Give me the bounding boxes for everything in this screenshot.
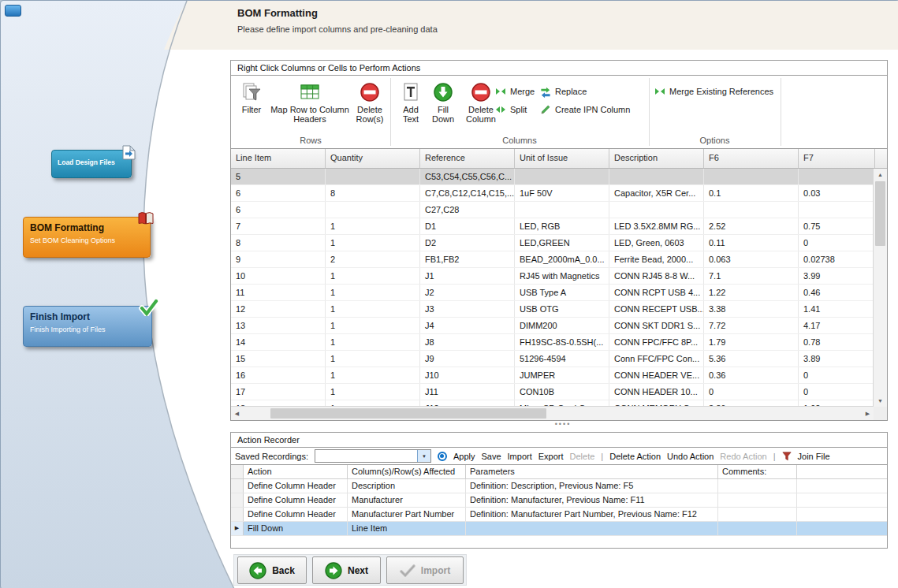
bom-table-cell[interactable]: 1 bbox=[326, 334, 420, 350]
bom-table-cell[interactable]: 0 bbox=[799, 367, 874, 383]
bom-table-cell[interactable]: 3.99 bbox=[799, 268, 874, 284]
bom-table-cell[interactable]: CONN RCPT USB 4... bbox=[609, 285, 704, 300]
bom-table-row[interactable]: 131J4DIMM200CONN SKT DDR1 S...7.724.17 bbox=[231, 318, 874, 334]
bom-table-cell[interactable]: J11 bbox=[420, 384, 515, 400]
bom-table-cell[interactable]: BEAD_2000mA_0.0... bbox=[515, 251, 609, 267]
bom-table-cell[interactable]: 4.17 bbox=[799, 318, 874, 333]
bom-table-cell[interactable]: 1 bbox=[326, 285, 420, 300]
bom-table-cell[interactable]: J8 bbox=[420, 334, 515, 350]
bom-table-cell[interactable]: LED 3.5X2.8MM RG... bbox=[609, 218, 704, 234]
bom-table-cell[interactable]: Capacitor, X5R Cer... bbox=[609, 185, 704, 201]
bom-column-header[interactable]: Description bbox=[609, 149, 704, 168]
bom-column-header[interactable]: F7 bbox=[799, 149, 875, 168]
bom-table-cell[interactable]: 1 bbox=[326, 235, 420, 251]
bom-table-cell[interactable]: 0 bbox=[799, 235, 874, 251]
bom-table-cell[interactable]: 1 bbox=[326, 268, 420, 284]
bom-table-cell[interactable]: CONN RECEPT USB... bbox=[609, 301, 704, 317]
wizard-step-bom-formatting[interactable]: BOM Formatting Set BOM Cleaning Options bbox=[23, 217, 151, 258]
bom-table-row[interactable]: 101J1RJ45 with MagneticsCONN RJ45 8-8 W.… bbox=[231, 268, 874, 285]
recorder-cell[interactable]: Definition: Manufacturer, Previous Name:… bbox=[466, 493, 718, 507]
bom-table-row[interactable]: 171J11CON10BCONN HEADER 10...00 bbox=[231, 384, 874, 400]
recorder-cell[interactable] bbox=[718, 479, 797, 493]
bom-table-cell[interactable]: J3 bbox=[420, 301, 515, 317]
bom-table-cell[interactable]: LED,GREEN bbox=[515, 235, 609, 251]
split-button[interactable]: Split bbox=[495, 102, 527, 117]
bom-table-row[interactable]: 151J951296-4594Conn FFC/FPC Con...5.363.… bbox=[231, 351, 874, 367]
bom-table-cell[interactable]: 7 bbox=[231, 218, 326, 234]
bom-column-header[interactable]: F6 bbox=[704, 149, 799, 168]
dropdown-arrow-icon[interactable]: ▼ bbox=[417, 450, 430, 462]
bom-table-cell[interactable]: 5.36 bbox=[704, 351, 799, 367]
bom-table-cell[interactable]: 2 bbox=[326, 251, 420, 267]
bom-table-cell[interactable]: 3.89 bbox=[799, 351, 874, 367]
bom-table-cell[interactable]: 14 bbox=[231, 334, 326, 350]
recorder-cell[interactable] bbox=[718, 508, 797, 521]
recorder-cell[interactable] bbox=[466, 522, 718, 535]
bom-table-cell[interactable]: 1 bbox=[326, 301, 420, 317]
horizontal-scrollbar[interactable]: ◀ ▶ bbox=[231, 406, 874, 420]
vertical-scroll-thumb[interactable] bbox=[875, 181, 885, 246]
recorder-row[interactable]: Define Column HeaderManufacturer Part Nu… bbox=[231, 508, 887, 522]
bom-table-cell[interactable] bbox=[799, 202, 874, 218]
bom-table-cell[interactable]: C27,C28 bbox=[420, 202, 515, 218]
map-row-to-column-headers-button[interactable]: Map Row to Column Headers bbox=[269, 80, 351, 130]
bom-table-cell[interactable]: FH19SC-8S-0.5SH(... bbox=[515, 334, 609, 350]
bom-table-cell[interactable]: JUMPER bbox=[515, 367, 609, 383]
bom-table-cell[interactable] bbox=[704, 169, 799, 184]
bom-table-cell[interactable]: USB OTG bbox=[515, 301, 609, 317]
recorder-column-header[interactable]: Column(s)/Row(s) Affected bbox=[348, 465, 466, 478]
recorder-cell[interactable] bbox=[718, 493, 797, 507]
bom-table-cell[interactable]: CONN RJ45 8-8 W... bbox=[609, 268, 704, 284]
bom-table-cell[interactable] bbox=[799, 169, 874, 184]
horizontal-scroll-thumb[interactable] bbox=[270, 408, 546, 419]
scroll-down-arrow[interactable]: ▼ bbox=[874, 395, 886, 407]
bom-table-cell[interactable]: C53,C54,C55,C56,C... bbox=[420, 169, 515, 184]
bom-table-cell[interactable]: 17 bbox=[231, 384, 326, 400]
bom-table-cell[interactable]: FB1,FB2 bbox=[420, 251, 515, 267]
bom-table-cell[interactable]: J4 bbox=[420, 318, 515, 333]
apply-label[interactable]: Apply bbox=[453, 452, 475, 461]
bom-table-cell[interactable]: 1.22 bbox=[704, 285, 799, 300]
bom-table-cell[interactable]: C7,C8,C12,C14,C15,... bbox=[420, 185, 515, 201]
bom-table-cell[interactable]: J2 bbox=[420, 285, 515, 300]
bom-table-cell[interactable]: 0.063 bbox=[704, 251, 799, 267]
bom-table-cell[interactable]: J1 bbox=[420, 268, 515, 284]
bom-table-cell[interactable]: 1 bbox=[326, 351, 420, 367]
bom-table-cell[interactable] bbox=[704, 202, 799, 218]
bom-table-cell[interactable] bbox=[326, 202, 420, 218]
bom-table-cell[interactable]: CONN FPC/FFC 8P... bbox=[609, 334, 704, 350]
bom-table-cell[interactable]: 1 bbox=[326, 367, 420, 383]
bom-table-row[interactable]: 121J3USB OTGCONN RECEPT USB...3.381.41 bbox=[231, 301, 874, 318]
bom-table-cell[interactable]: 0.36 bbox=[704, 367, 799, 383]
bom-table-cell[interactable]: 3.38 bbox=[704, 301, 799, 317]
import-recording-button[interactable]: Import bbox=[508, 452, 532, 461]
bom-table-cell[interactable]: 11 bbox=[231, 285, 326, 300]
vertical-scrollbar[interactable]: ▲ ▼ bbox=[873, 169, 887, 407]
bom-table-cell[interactable]: 8 bbox=[231, 235, 326, 251]
recorder-row[interactable]: Define Column HeaderManufacturerDefiniti… bbox=[231, 493, 887, 508]
recorder-row-gutter[interactable] bbox=[231, 508, 244, 521]
bom-table-cell[interactable]: 0.11 bbox=[704, 235, 799, 251]
bom-table-cell[interactable]: 16 bbox=[231, 367, 326, 383]
bom-table-cell[interactable]: 12 bbox=[231, 301, 326, 317]
recorder-row[interactable]: Define Column HeaderDescriptionDefinitio… bbox=[231, 479, 887, 493]
bom-table-row[interactable]: 6C27,C28 bbox=[231, 202, 874, 218]
bom-table-row[interactable]: 92FB1,FB2BEAD_2000mA_0.0...Ferrite Bead,… bbox=[231, 251, 874, 268]
scroll-left-arrow[interactable]: ◀ bbox=[231, 408, 243, 419]
bom-table-cell[interactable]: 51296-4594 bbox=[515, 351, 609, 367]
wizard-step-load-design-files[interactable]: Load Design Files bbox=[51, 150, 132, 178]
bom-table-cell[interactable]: J9 bbox=[420, 351, 515, 367]
delete-rows-button[interactable]: Delete Row(s) bbox=[351, 80, 389, 130]
bom-table-cell[interactable]: Conn FFC/FPC Con... bbox=[609, 351, 704, 367]
apply-radio[interactable] bbox=[438, 452, 447, 461]
bom-table-cell[interactable]: 0.75 bbox=[799, 218, 874, 234]
filter-button[interactable]: Filter bbox=[236, 80, 267, 130]
replace-button[interactable]: Replace bbox=[540, 84, 587, 99]
bom-table-row[interactable]: 68C7,C8,C12,C14,C15,...1uF 50VCapacitor,… bbox=[231, 185, 874, 202]
recorder-cell[interactable]: Manufacturer Part Number bbox=[348, 508, 466, 521]
recorder-column-header[interactable]: Parameters bbox=[466, 465, 718, 478]
bom-table-cell[interactable]: CONN SKT DDR1 S... bbox=[609, 318, 704, 333]
bom-column-header[interactable]: Line Item bbox=[231, 149, 326, 168]
recorder-column-header[interactable]: Action bbox=[244, 465, 348, 478]
bom-table-row[interactable]: 141J8FH19SC-8S-0.5SH(...CONN FPC/FFC 8P.… bbox=[231, 334, 874, 351]
